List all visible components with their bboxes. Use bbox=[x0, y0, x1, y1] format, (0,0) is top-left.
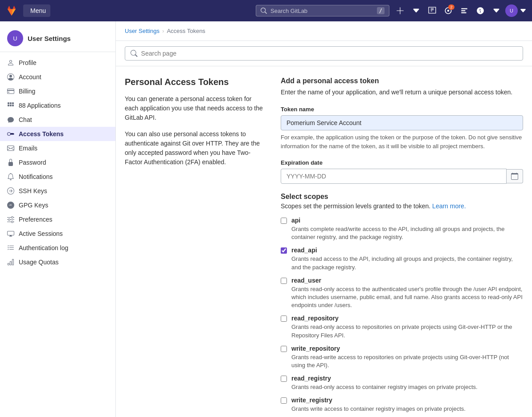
form-section-title: Add a personal access token bbox=[281, 77, 523, 85]
content-area: Personal Access Tokens You can generate … bbox=[116, 66, 532, 417]
gitlab-logo[interactable] bbox=[5, 4, 18, 17]
sidebar-item-gpg-keys[interactable]: GPG Keys bbox=[0, 198, 115, 212]
scope-item: write_repository Grants read-write acces… bbox=[281, 345, 523, 369]
account-icon bbox=[7, 73, 14, 81]
breadcrumb-current: Access Tokens bbox=[167, 28, 205, 34]
menu-button[interactable]: Menu bbox=[23, 4, 50, 17]
scope-checkbox-write_registry[interactable] bbox=[281, 397, 287, 404]
sidebar-item-profile[interactable]: Profile bbox=[0, 56, 115, 70]
scope-item: write_registry Grants write access to co… bbox=[281, 397, 523, 413]
monitor-icon bbox=[7, 230, 14, 237]
scopes-title: Select scopes bbox=[281, 193, 523, 201]
scope-desc-api: Grants complete read/write access to the… bbox=[291, 225, 523, 241]
scopes-subtitle-text: Scopes set the permission levels granted… bbox=[281, 202, 430, 210]
key-icon bbox=[7, 130, 14, 138]
gpg-icon bbox=[7, 202, 14, 209]
scope-row: api Grants complete read/write access to… bbox=[281, 217, 523, 241]
sidebar-item-billing[interactable]: Billing bbox=[0, 84, 115, 98]
search-placeholder: Search GitLab bbox=[270, 8, 373, 14]
chart-icon bbox=[7, 259, 14, 266]
user-chevron[interactable] bbox=[520, 4, 527, 18]
expiration-label: Expiration date bbox=[281, 159, 523, 166]
scope-row: read_repository Grants read-only access … bbox=[281, 315, 523, 339]
bell-icon bbox=[7, 173, 14, 180]
scope-checkbox-api[interactable] bbox=[281, 218, 287, 224]
scope-checkbox-read_registry[interactable] bbox=[281, 376, 287, 382]
sidebar-item-active-sessions[interactable]: Active Sessions bbox=[0, 227, 115, 241]
scope-name-read_user: read_user bbox=[291, 277, 523, 284]
scope-desc-read_repository: Grants read-only access to repositories … bbox=[291, 323, 523, 339]
sidebar-label-auth-log: Authentication log bbox=[19, 244, 68, 251]
sliders-icon bbox=[7, 216, 14, 223]
scope-row: write_registry Grants write access to co… bbox=[281, 397, 523, 413]
calendar-button[interactable] bbox=[507, 169, 523, 183]
sidebar-item-ssh-keys[interactable]: SSH Keys bbox=[0, 184, 115, 198]
scope-row: read_registry Grants read-only access to… bbox=[281, 375, 523, 391]
sidebar-label-billing: Billing bbox=[19, 88, 35, 95]
ssh-key-icon bbox=[7, 187, 14, 194]
user-avatar[interactable]: U bbox=[505, 4, 518, 17]
scope-checkbox-read_api[interactable] bbox=[281, 247, 287, 254]
scopes-list: api Grants complete read/write access to… bbox=[281, 217, 523, 413]
sidebar-item-auth-log[interactable]: Authentication log bbox=[0, 241, 115, 255]
scope-item: read_repository Grants read-only access … bbox=[281, 315, 523, 339]
todos-button[interactable] bbox=[457, 4, 471, 18]
search-icon bbox=[131, 50, 138, 57]
sidebar-item-chat[interactable]: Chat bbox=[0, 113, 115, 127]
left-panel-para2: You can also use personal access tokens … bbox=[125, 130, 263, 167]
scope-item: read_api Grants read access to the API, … bbox=[281, 247, 523, 271]
search-input[interactable] bbox=[141, 50, 517, 57]
top-navigation: Menu Search GitLab / 2 U bbox=[0, 0, 532, 21]
main-layout: U User Settings Profile Account Billing … bbox=[0, 21, 532, 417]
help-chevron[interactable] bbox=[489, 4, 503, 18]
sidebar-item-applications[interactable]: 88 Applications bbox=[0, 98, 115, 113]
sidebar-item-emails[interactable]: Emails bbox=[0, 141, 115, 155]
sidebar-item-account[interactable]: Account bbox=[0, 70, 115, 84]
svg-point-4 bbox=[447, 10, 450, 12]
scope-checkbox-write_repository[interactable] bbox=[281, 346, 287, 352]
sidebar-avatar: U bbox=[7, 30, 23, 46]
scope-name-write_repository: write_repository bbox=[291, 345, 523, 352]
token-name-input[interactable] bbox=[281, 115, 523, 130]
scope-desc-read_registry: Grants read-only access to container reg… bbox=[291, 383, 478, 391]
sidebar-item-access-tokens[interactable]: Access Tokens bbox=[0, 127, 115, 141]
sidebar-item-password[interactable]: Password bbox=[0, 155, 115, 170]
sidebar-label-account: Account bbox=[19, 73, 41, 81]
sidebar-label-profile: Profile bbox=[19, 59, 37, 66]
expiration-date-input[interactable] bbox=[281, 169, 507, 184]
sidebar-label-emails: Emails bbox=[19, 145, 37, 152]
scope-checkbox-read_repository[interactable] bbox=[281, 316, 287, 322]
create-new-button[interactable] bbox=[393, 4, 407, 18]
sidebar-item-usage-quotas[interactable]: Usage Quotas bbox=[0, 255, 115, 269]
sidebar-label-ssh-keys: SSH Keys bbox=[19, 187, 47, 194]
breadcrumb-parent[interactable]: User Settings bbox=[125, 28, 160, 34]
scope-desc-write_registry: Grants write access to container registr… bbox=[291, 405, 466, 413]
sidebar-label-gpg-keys: GPG Keys bbox=[19, 202, 48, 209]
sidebar-item-notifications[interactable]: Notifications bbox=[0, 170, 115, 184]
snippets-button[interactable] bbox=[425, 4, 439, 18]
applications-icon bbox=[7, 102, 14, 109]
issues-badge: 2 bbox=[448, 4, 454, 10]
create-new-chevron[interactable] bbox=[409, 4, 423, 18]
scope-item: api Grants complete read/write access to… bbox=[281, 217, 523, 241]
billing-icon bbox=[7, 88, 14, 95]
sidebar-label-active-sessions: Active Sessions bbox=[19, 230, 63, 237]
breadcrumb: User Settings › Access Tokens bbox=[116, 21, 532, 41]
learn-more-link[interactable]: Learn more. bbox=[432, 202, 466, 210]
sidebar-label-password: Password bbox=[19, 159, 46, 166]
global-search[interactable]: Search GitLab / bbox=[256, 5, 389, 16]
page-search-inner[interactable] bbox=[125, 46, 523, 61]
help-button[interactable] bbox=[473, 4, 487, 18]
scopes-subtitle: Scopes set the permission levels granted… bbox=[281, 202, 523, 210]
chat-icon bbox=[7, 116, 14, 123]
scope-checkbox-read_user[interactable] bbox=[281, 278, 287, 284]
sidebar-label-applications: 88 Applications bbox=[19, 102, 61, 109]
left-panel-para1: You can generate a personal access token… bbox=[125, 94, 263, 122]
calendar-icon bbox=[511, 173, 518, 180]
issues-button[interactable]: 2 bbox=[441, 4, 455, 18]
sidebar-item-preferences[interactable]: Preferences bbox=[0, 212, 115, 227]
scope-name-read_api: read_api bbox=[291, 247, 523, 254]
sidebar-label-notifications: Notifications bbox=[19, 173, 53, 180]
date-wrapper bbox=[281, 169, 523, 184]
sidebar-label-access-tokens: Access Tokens bbox=[19, 130, 64, 138]
